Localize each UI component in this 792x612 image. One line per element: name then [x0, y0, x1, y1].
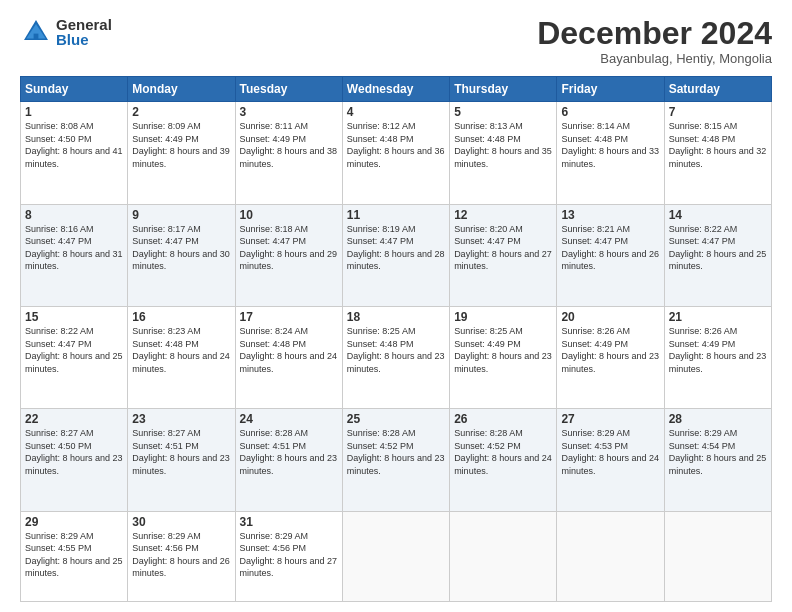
day-number: 25: [347, 412, 445, 426]
day-number: 14: [669, 208, 767, 222]
day-info: Sunrise: 8:21 AM Sunset: 4:47 PM Dayligh…: [561, 223, 659, 273]
day-number: 21: [669, 310, 767, 324]
day-number: 16: [132, 310, 230, 324]
calendar-header-row: Sunday Monday Tuesday Wednesday Thursday…: [21, 77, 772, 102]
day-info: Sunrise: 8:17 AM Sunset: 4:47 PM Dayligh…: [132, 223, 230, 273]
day-number: 7: [669, 105, 767, 119]
table-row: 3 Sunrise: 8:11 AM Sunset: 4:49 PM Dayli…: [235, 102, 342, 204]
day-info: Sunrise: 8:11 AM Sunset: 4:49 PM Dayligh…: [240, 120, 338, 170]
day-info: Sunrise: 8:20 AM Sunset: 4:47 PM Dayligh…: [454, 223, 552, 273]
day-info: Sunrise: 8:15 AM Sunset: 4:48 PM Dayligh…: [669, 120, 767, 170]
day-number: 13: [561, 208, 659, 222]
day-number: 12: [454, 208, 552, 222]
table-row: 25 Sunrise: 8:28 AM Sunset: 4:52 PM Dayl…: [342, 409, 449, 511]
page-header: General Blue December 2024 Bayanbulag, H…: [20, 16, 772, 66]
table-row: 21 Sunrise: 8:26 AM Sunset: 4:49 PM Dayl…: [664, 306, 771, 408]
day-number: 28: [669, 412, 767, 426]
day-number: 17: [240, 310, 338, 324]
day-number: 24: [240, 412, 338, 426]
day-info: Sunrise: 8:29 AM Sunset: 4:56 PM Dayligh…: [240, 530, 338, 580]
logo-blue-text: Blue: [56, 32, 112, 47]
day-info: Sunrise: 8:27 AM Sunset: 4:51 PM Dayligh…: [132, 427, 230, 477]
calendar-week-row: 1 Sunrise: 8:08 AM Sunset: 4:50 PM Dayli…: [21, 102, 772, 204]
table-row: 7 Sunrise: 8:15 AM Sunset: 4:48 PM Dayli…: [664, 102, 771, 204]
day-number: 26: [454, 412, 552, 426]
day-number: 20: [561, 310, 659, 324]
day-number: 8: [25, 208, 123, 222]
day-info: Sunrise: 8:23 AM Sunset: 4:48 PM Dayligh…: [132, 325, 230, 375]
logo-general-text: General: [56, 17, 112, 32]
day-number: 23: [132, 412, 230, 426]
day-info: Sunrise: 8:25 AM Sunset: 4:48 PM Dayligh…: [347, 325, 445, 375]
day-number: 29: [25, 515, 123, 529]
table-row: 30 Sunrise: 8:29 AM Sunset: 4:56 PM Dayl…: [128, 511, 235, 601]
table-row: 31 Sunrise: 8:29 AM Sunset: 4:56 PM Dayl…: [235, 511, 342, 601]
table-row: 18 Sunrise: 8:25 AM Sunset: 4:48 PM Dayl…: [342, 306, 449, 408]
table-row: 24 Sunrise: 8:28 AM Sunset: 4:51 PM Dayl…: [235, 409, 342, 511]
day-number: 30: [132, 515, 230, 529]
day-info: Sunrise: 8:22 AM Sunset: 4:47 PM Dayligh…: [25, 325, 123, 375]
calendar-week-row: 29 Sunrise: 8:29 AM Sunset: 4:55 PM Dayl…: [21, 511, 772, 601]
day-info: Sunrise: 8:24 AM Sunset: 4:48 PM Dayligh…: [240, 325, 338, 375]
month-title: December 2024: [537, 16, 772, 51]
table-row: 20 Sunrise: 8:26 AM Sunset: 4:49 PM Dayl…: [557, 306, 664, 408]
table-row: 4 Sunrise: 8:12 AM Sunset: 4:48 PM Dayli…: [342, 102, 449, 204]
table-row: 22 Sunrise: 8:27 AM Sunset: 4:50 PM Dayl…: [21, 409, 128, 511]
day-info: Sunrise: 8:16 AM Sunset: 4:47 PM Dayligh…: [25, 223, 123, 273]
day-info: Sunrise: 8:28 AM Sunset: 4:52 PM Dayligh…: [454, 427, 552, 477]
logo: General Blue: [20, 16, 112, 48]
table-row: 12 Sunrise: 8:20 AM Sunset: 4:47 PM Dayl…: [450, 204, 557, 306]
col-friday: Friday: [557, 77, 664, 102]
day-number: 3: [240, 105, 338, 119]
table-row: 26 Sunrise: 8:28 AM Sunset: 4:52 PM Dayl…: [450, 409, 557, 511]
day-number: 10: [240, 208, 338, 222]
location-subtitle: Bayanbulag, Hentiy, Mongolia: [537, 51, 772, 66]
day-info: Sunrise: 8:29 AM Sunset: 4:56 PM Dayligh…: [132, 530, 230, 580]
day-number: 4: [347, 105, 445, 119]
day-number: 9: [132, 208, 230, 222]
day-number: 27: [561, 412, 659, 426]
day-info: Sunrise: 8:19 AM Sunset: 4:47 PM Dayligh…: [347, 223, 445, 273]
day-number: 31: [240, 515, 338, 529]
table-row: 1 Sunrise: 8:08 AM Sunset: 4:50 PM Dayli…: [21, 102, 128, 204]
day-info: Sunrise: 8:09 AM Sunset: 4:49 PM Dayligh…: [132, 120, 230, 170]
day-info: Sunrise: 8:28 AM Sunset: 4:52 PM Dayligh…: [347, 427, 445, 477]
calendar-table: Sunday Monday Tuesday Wednesday Thursday…: [20, 76, 772, 602]
table-row: 16 Sunrise: 8:23 AM Sunset: 4:48 PM Dayl…: [128, 306, 235, 408]
logo-text: General Blue: [56, 17, 112, 47]
col-sunday: Sunday: [21, 77, 128, 102]
table-row: 6 Sunrise: 8:14 AM Sunset: 4:48 PM Dayli…: [557, 102, 664, 204]
table-row: 17 Sunrise: 8:24 AM Sunset: 4:48 PM Dayl…: [235, 306, 342, 408]
table-row: 19 Sunrise: 8:25 AM Sunset: 4:49 PM Dayl…: [450, 306, 557, 408]
table-row: [342, 511, 449, 601]
day-number: 6: [561, 105, 659, 119]
page-container: General Blue December 2024 Bayanbulag, H…: [0, 0, 792, 612]
table-row: 13 Sunrise: 8:21 AM Sunset: 4:47 PM Dayl…: [557, 204, 664, 306]
table-row: [557, 511, 664, 601]
day-info: Sunrise: 8:27 AM Sunset: 4:50 PM Dayligh…: [25, 427, 123, 477]
table-row: 15 Sunrise: 8:22 AM Sunset: 4:47 PM Dayl…: [21, 306, 128, 408]
day-info: Sunrise: 8:18 AM Sunset: 4:47 PM Dayligh…: [240, 223, 338, 273]
day-info: Sunrise: 8:26 AM Sunset: 4:49 PM Dayligh…: [561, 325, 659, 375]
day-number: 11: [347, 208, 445, 222]
col-saturday: Saturday: [664, 77, 771, 102]
table-row: 28 Sunrise: 8:29 AM Sunset: 4:54 PM Dayl…: [664, 409, 771, 511]
svg-rect-2: [34, 34, 39, 40]
day-info: Sunrise: 8:28 AM Sunset: 4:51 PM Dayligh…: [240, 427, 338, 477]
table-row: 8 Sunrise: 8:16 AM Sunset: 4:47 PM Dayli…: [21, 204, 128, 306]
table-row: 5 Sunrise: 8:13 AM Sunset: 4:48 PM Dayli…: [450, 102, 557, 204]
table-row: [664, 511, 771, 601]
day-number: 5: [454, 105, 552, 119]
table-row: 27 Sunrise: 8:29 AM Sunset: 4:53 PM Dayl…: [557, 409, 664, 511]
day-info: Sunrise: 8:12 AM Sunset: 4:48 PM Dayligh…: [347, 120, 445, 170]
day-info: Sunrise: 8:13 AM Sunset: 4:48 PM Dayligh…: [454, 120, 552, 170]
col-tuesday: Tuesday: [235, 77, 342, 102]
col-monday: Monday: [128, 77, 235, 102]
table-row: 23 Sunrise: 8:27 AM Sunset: 4:51 PM Dayl…: [128, 409, 235, 511]
day-number: 1: [25, 105, 123, 119]
table-row: 2 Sunrise: 8:09 AM Sunset: 4:49 PM Dayli…: [128, 102, 235, 204]
col-thursday: Thursday: [450, 77, 557, 102]
table-row: 11 Sunrise: 8:19 AM Sunset: 4:47 PM Dayl…: [342, 204, 449, 306]
day-info: Sunrise: 8:08 AM Sunset: 4:50 PM Dayligh…: [25, 120, 123, 170]
day-info: Sunrise: 8:29 AM Sunset: 4:54 PM Dayligh…: [669, 427, 767, 477]
